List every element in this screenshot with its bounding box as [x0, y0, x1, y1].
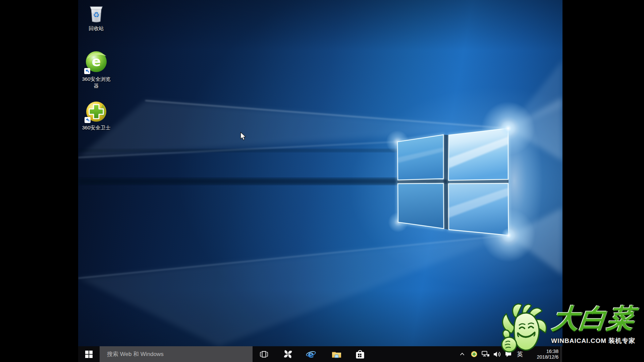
tray-360-guard[interactable]: [468, 346, 480, 362]
shortcut-arrow-badge: [85, 117, 91, 123]
desktop-area[interactable]: ♻ 回收站 e: [78, 0, 562, 362]
tray-ime-indicator[interactable]: 英: [514, 346, 526, 362]
svg-text:♻: ♻: [93, 11, 100, 19]
screen: ♻ 回收站 e: [0, 0, 644, 362]
tray-clock[interactable]: 16:38 2018/12/6: [528, 346, 560, 362]
windows-hero-wallpaper: [78, 0, 562, 346]
ime-language-label: 英: [517, 350, 523, 358]
windows-store-button[interactable]: [350, 346, 370, 362]
windows-logo-icon: [85, 351, 93, 358]
desktop-icon-label: 360安全浏览: [79, 76, 113, 82]
desktop-icon-360-guard[interactable]: 360安全卫士: [79, 101, 113, 131]
show-desktop-divider[interactable]: [561, 346, 561, 362]
ethernet-network-icon: [482, 351, 490, 357]
tray-volume[interactable]: [492, 346, 503, 362]
clock-time: 16:38: [528, 349, 558, 354]
brand-site-text: WINBAICAI.COM 装机专家: [551, 337, 635, 345]
tray-overflow-button[interactable]: [457, 346, 468, 362]
message-bubble-icon: [505, 351, 512, 357]
chevron-up-icon: [460, 353, 465, 356]
shortcut-arrow-icon: [85, 69, 90, 73]
task-view-icon: [259, 351, 269, 358]
ie-e-icon: e: [306, 349, 316, 359]
svg-text:e: e: [92, 54, 101, 69]
desktop-icon-360-browser[interactable]: e 360安全浏览 器: [79, 50, 113, 89]
tray-network[interactable]: [480, 346, 491, 362]
svg-text:e: e: [308, 349, 314, 359]
start-button[interactable]: [78, 346, 100, 362]
desktop-icon-label-line2: 器: [79, 82, 113, 89]
shortcut-arrow-badge: [84, 68, 90, 74]
taskbar-search[interactable]: [100, 346, 253, 362]
mouse-cursor: [240, 132, 247, 141]
shortcut-arrow-icon: [85, 118, 90, 122]
taskbar: e: [78, 346, 562, 362]
search-input[interactable]: [100, 346, 253, 362]
store-bag-icon: [356, 349, 365, 359]
desktop-icon-label: 360安全卫士: [79, 124, 113, 131]
speaker-icon: [494, 351, 501, 357]
desktop-icon-recycle-bin[interactable]: ♻ 回收站: [79, 4, 113, 32]
desktop-icon-label: 回收站: [79, 25, 113, 32]
folder-icon: [332, 350, 341, 358]
recycle-bin-icon: ♻: [87, 4, 106, 24]
pinwheel-icon: [283, 350, 292, 359]
brand-logo-text: 大白菜: [551, 305, 636, 333]
file-explorer-button[interactable]: [326, 346, 346, 362]
pinwheel-app-button[interactable]: [278, 346, 298, 362]
clock-date: 2018/12/6: [528, 354, 558, 360]
360-ball-icon: [471, 351, 477, 357]
task-view-button[interactable]: [254, 346, 274, 362]
tray-notification[interactable]: [502, 346, 514, 362]
internet-explorer-button[interactable]: e: [301, 346, 321, 362]
